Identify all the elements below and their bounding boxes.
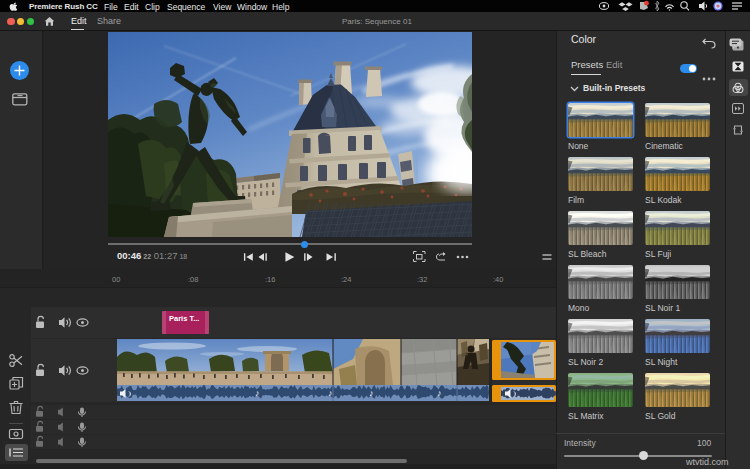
svg-text:♪: ♪: [437, 388, 442, 398]
svg-text:♪: ♪: [328, 388, 333, 398]
svg-text:♪: ♪: [369, 388, 374, 398]
svg-text:♪: ♪: [255, 388, 260, 398]
